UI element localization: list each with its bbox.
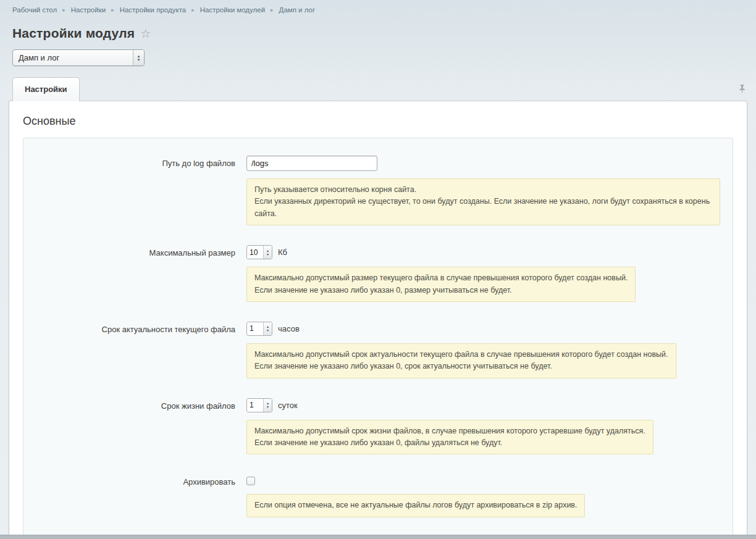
breadcrumb-separator-icon: ▸ [62,7,65,13]
breadcrumb: Рабочий стол ▸ Настройки ▸ Настройки про… [0,0,756,17]
field-group-max-size: Максимальный размер ▴▾ Кб Максимально до… [23,245,720,302]
field-group-log-path: Путь до log файлов Путь указывается отно… [23,156,720,225]
files-lifetime-unit: суток [278,401,298,410]
title-row: Настройки модуля ☆ [12,26,756,41]
page-bottom-edge [0,535,756,539]
settings-panel: Основные Путь до log файлов Путь указыва… [9,101,747,539]
hint-box: Максимально допустимый срок актуальности… [246,343,676,378]
field-group-actual-hours: Срок актуальности текущего файла ▴▾ часо… [23,322,720,378]
stepper-arrows-icon[interactable]: ▴▾ [263,399,272,412]
log-path-input[interactable] [246,156,377,171]
field-group-archive: Архивировать Если опция отмечена, все не… [23,474,720,517]
module-select-value: Дамп и лог [13,53,133,62]
log-path-label: Путь до log файлов [23,156,241,168]
breadcrumb-link-dump-log[interactable]: Дамп и лог [279,6,316,14]
max-size-label: Максимальный размер [23,245,241,257]
breadcrumb-link-desktop[interactable]: Рабочий стол [12,6,57,14]
hint-box: Максимально допустимый срок жизни файлов… [246,420,653,455]
hint-box: Если опция отмечена, все не актуальные ф… [246,494,585,517]
select-arrows-icon: ▴▾ [133,50,144,65]
stepper-arrows-icon[interactable]: ▴▾ [263,322,272,335]
actual-hours-unit: часов [278,324,300,333]
section-title: Основные [23,115,733,128]
breadcrumb-link-module-settings[interactable]: Настройки модулей [200,6,265,14]
archive-label: Архивировать [23,474,241,487]
tab-settings[interactable]: Настройки [12,77,80,101]
breadcrumb-link-product-settings[interactable]: Настройки продукта [120,6,187,14]
breadcrumb-separator-icon: ▸ [111,7,114,13]
files-lifetime-input[interactable] [247,399,263,412]
actual-hours-stepper[interactable]: ▴▾ [246,322,272,336]
stepper-arrows-icon[interactable]: ▴▾ [263,246,272,259]
max-size-unit: Кб [278,248,287,257]
files-lifetime-stepper[interactable]: ▴▾ [246,398,272,412]
settings-form: Путь до log файлов Путь указывается отно… [23,138,733,539]
field-group-files-lifetime: Срок жизни файлов ▴▾ суток Максимально д… [23,398,720,455]
archive-checkbox[interactable] [246,477,255,485]
pin-icon-svg [738,84,746,93]
tabs-row: Настройки [9,77,747,101]
module-select[interactable]: Дамп и лог ▴▾ [12,49,145,66]
breadcrumb-link-settings[interactable]: Настройки [71,6,106,14]
max-size-stepper[interactable]: ▴▾ [246,245,272,259]
pin-icon[interactable] [737,83,747,94]
breadcrumb-separator-icon: ▸ [271,7,274,13]
actual-hours-input[interactable] [247,322,263,335]
max-size-input[interactable] [247,246,263,259]
page-title: Настройки модуля [12,26,135,41]
files-lifetime-label: Срок жизни файлов [23,398,241,411]
actual-hours-label: Срок актуальности текущего файла [23,322,241,334]
favorite-star-icon[interactable]: ☆ [140,28,151,40]
breadcrumb-separator-icon: ▸ [191,7,195,13]
hint-box: Максимально допустимый размер текущего ф… [246,267,636,302]
hint-box: Путь указывается относительно корня сайт… [246,178,720,225]
